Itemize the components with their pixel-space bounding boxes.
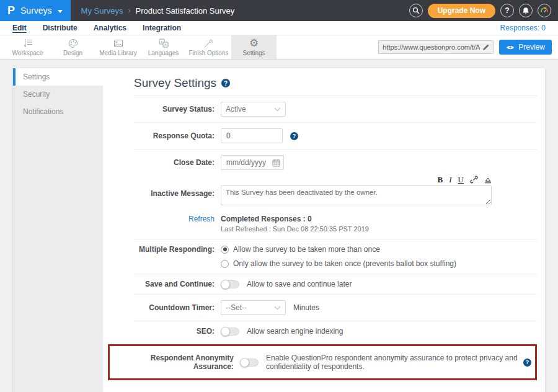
- product-menu-label: Surveys: [20, 6, 52, 16]
- radio-option-label: Only allow the survey to be taken once (…: [233, 259, 456, 268]
- toggle-knob: [221, 327, 230, 336]
- bold-button[interactable]: B: [438, 176, 443, 184]
- search-button[interactable]: [409, 4, 423, 17]
- response-quota-label: Response Quota:: [134, 131, 221, 140]
- countdown-timer-row: Countdown Timer: --Set-- Minutes: [134, 295, 537, 321]
- tool-label: Settings: [242, 50, 265, 56]
- save-and-continue-row: Save and Continue: Allow to save and con…: [134, 274, 537, 295]
- tab-integration[interactable]: Integration: [143, 24, 181, 32]
- close-date-row: Close Date:: [134, 149, 537, 176]
- preview-label: Preview: [518, 43, 545, 51]
- edit-pencil-icon[interactable]: [482, 44, 489, 51]
- chevron-down-icon: [274, 306, 281, 310]
- breadcrumb-separator: ›: [128, 6, 131, 15]
- survey-status-select[interactable]: Active: [221, 102, 286, 117]
- close-date-label: Close Date:: [134, 158, 221, 167]
- tool-label: Media Library: [99, 50, 137, 56]
- tool-languages[interactable]: xA Languages: [141, 35, 186, 59]
- link-icon[interactable]: [470, 176, 478, 184]
- tool-media-library[interactable]: Media Library: [95, 35, 141, 59]
- questionpro-app: P Surveys My Surveys › Product Satisfact…: [0, 0, 558, 392]
- refresh-info: Completed Responses : 0 Last Refreshed :…: [221, 215, 369, 233]
- translate-icon: xA: [159, 38, 169, 48]
- upgrade-now-button[interactable]: Upgrade Now: [428, 4, 495, 18]
- tool-label: Design: [63, 50, 82, 56]
- question-mark-icon: ?: [505, 6, 509, 15]
- page-title-text: Survey Settings: [134, 76, 216, 90]
- seo-toggle[interactable]: [221, 327, 239, 336]
- breadcrumb-current-survey: Product Satisfaction Survey: [136, 6, 235, 16]
- survey-status-value: Active: [226, 105, 246, 114]
- tool-settings[interactable]: ⚙ Settings: [231, 35, 277, 59]
- respondent-anonymity-row: Respondent Anonymity Assurance: Enable Q…: [108, 344, 537, 380]
- respondent-anonymity-toggle[interactable]: [240, 359, 259, 367]
- notifications-button[interactable]: [519, 4, 533, 17]
- survey-url-input[interactable]: [383, 43, 480, 51]
- refresh-link[interactable]: Refresh: [134, 215, 221, 223]
- tab-edit[interactable]: Edit: [12, 24, 27, 32]
- countdown-timer-suffix: Minutes: [293, 303, 319, 312]
- help-button[interactable]: ?: [500, 4, 514, 17]
- respondent-anonymity-label: Respondent Anonymity Assurance:: [113, 354, 240, 371]
- topbar-actions: Upgrade Now ?: [409, 4, 558, 18]
- chevron-down-icon: [274, 107, 281, 112]
- inactive-message-row: Inactive Message: B I U: [134, 176, 537, 211]
- save-row: Save Changes: [134, 386, 537, 392]
- survey-status-label: Survey Status:: [134, 105, 221, 114]
- tool-label: Workspace: [12, 50, 43, 56]
- countdown-timer-label: Countdown Timer:: [134, 303, 221, 312]
- radio-option-label: Allow the survey to be taken more than o…: [233, 245, 380, 254]
- help-icon[interactable]: ?: [290, 132, 298, 140]
- magic-wand-icon: [204, 38, 214, 48]
- sidebar-item-settings[interactable]: Settings: [13, 68, 103, 86]
- countdown-timer-select[interactable]: --Set--: [221, 300, 286, 315]
- toggle-knob: [221, 280, 230, 289]
- countdown-timer-value: --Set--: [226, 303, 247, 312]
- tool-finish-options[interactable]: Finish Options: [186, 35, 231, 59]
- eye-icon: [506, 45, 515, 50]
- multiple-responding-options: Allow the survey to be taken more than o…: [221, 245, 456, 268]
- tool-workspace[interactable]: Workspace: [5, 35, 50, 59]
- edit-toolbar: Workspace Design Media Library xA Langua…: [0, 35, 558, 60]
- inactive-message-label: Inactive Message:: [134, 189, 221, 198]
- refresh-row: Refresh Completed Responses : 0 Last Ref…: [134, 211, 537, 239]
- radio-button[interactable]: [221, 260, 229, 268]
- preview-button[interactable]: Preview: [499, 40, 552, 55]
- italic-button[interactable]: I: [449, 176, 451, 184]
- help-icon[interactable]: ?: [523, 359, 531, 367]
- tool-design[interactable]: Design: [50, 35, 95, 59]
- radio-button[interactable]: [221, 246, 229, 254]
- help-icon[interactable]: ?: [221, 79, 230, 87]
- survey-status-row: Survey Status: Active: [134, 96, 537, 123]
- multiple-responding-row: Multiple Responding: Allow the survey to…: [134, 239, 537, 274]
- response-quota-input[interactable]: [221, 128, 283, 143]
- respondent-anonymity-text: Enable QuestionPro respondent anonymity …: [266, 354, 518, 371]
- settings-card: Settings Security Notifications Survey S…: [13, 68, 545, 392]
- survey-url-box: [378, 40, 494, 54]
- svg-text:x: x: [161, 40, 162, 43]
- radio-option-multiple: Allow the survey to be taken more than o…: [221, 245, 456, 254]
- sidebar-item-security[interactable]: Security: [13, 86, 103, 103]
- breadcrumb-my-surveys[interactable]: My Surveys: [81, 6, 123, 16]
- tab-analytics[interactable]: Analytics: [94, 24, 126, 32]
- calendar-icon[interactable]: [272, 159, 280, 167]
- seo-text: Allow search engine indexing: [247, 327, 343, 336]
- image-icon[interactable]: [484, 176, 492, 184]
- completed-responses-text: Completed Responses : 0: [221, 215, 369, 223]
- page-body: Settings Security Notifications Survey S…: [0, 60, 558, 392]
- tab-distribute[interactable]: Distribute: [43, 24, 78, 32]
- surveys-product-menu[interactable]: P Surveys: [0, 0, 71, 21]
- settings-sidebar: Settings Security Notifications: [13, 68, 103, 392]
- save-and-continue-text: Allow to save and continue later: [247, 280, 352, 288]
- seo-label: SEO:: [134, 327, 221, 336]
- sidebar-item-notifications[interactable]: Notifications: [13, 103, 103, 120]
- gear-icon: ⚙: [249, 38, 259, 48]
- last-refreshed-text: Last Refreshed : Sun Dec 08 22:50:35 PST…: [221, 225, 369, 233]
- page-title: Survey Settings ?: [134, 68, 537, 96]
- inactive-message-textarea[interactable]: This Survey has been deactivated by the …: [221, 185, 492, 205]
- underline-button[interactable]: U: [458, 176, 464, 184]
- seo-row: SEO: Allow search engine indexing: [134, 321, 537, 341]
- settings-content: Survey Settings ? Survey Status: Active: [103, 68, 545, 392]
- save-and-continue-toggle[interactable]: [221, 280, 239, 288]
- account-score-button[interactable]: [538, 4, 551, 17]
